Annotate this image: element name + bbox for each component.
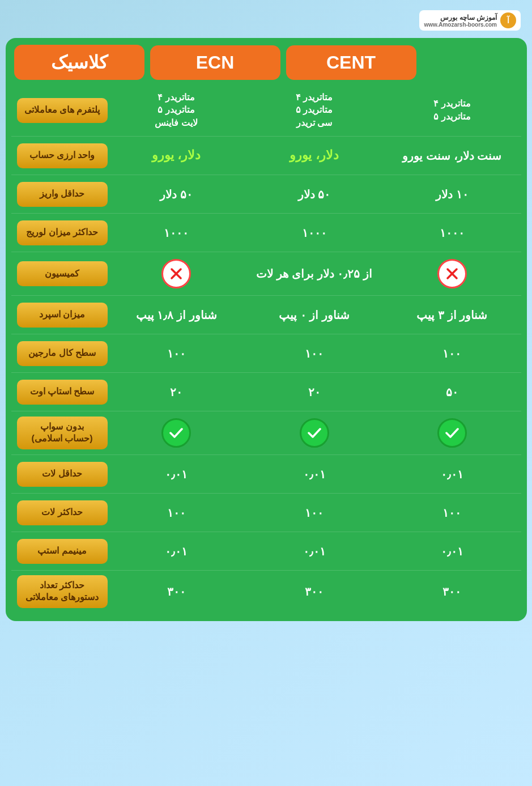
cell-col1-row-0: متاتریدر ۴ متاتریدر ۵ لایت فاینس	[108, 89, 245, 131]
row-label-btn: میزان اسپرد	[17, 303, 108, 328]
cell-col3-row-0: متاتریدر ۴ متاتریدر ۵	[383, 89, 521, 131]
header-col2: ECN	[150, 45, 280, 80]
table-row: شناور از ۱٫۸ پیپشناور از ۰ پیپشناور از ۳…	[11, 296, 521, 334]
cell-col3-row-4	[383, 257, 521, 291]
header-label-col3: CENT	[286, 45, 416, 80]
check-icon	[300, 418, 329, 448]
row-label-cell: سطح استاپ اوت	[11, 380, 108, 405]
row-label-btn: بدون سواپ (حساب اسلامی)	[17, 417, 108, 449]
cell-col3-row-7: ۵۰	[383, 382, 521, 402]
cell-col2-row-5: شناور از ۰ پیپ	[245, 305, 383, 325]
comparison-table: کلاسیک ECN CENT متاتریدر ۴ متاتریدر ۵ لا…	[6, 38, 527, 621]
cell-col1-row-5: شناور از ۱٫۸ پیپ	[108, 305, 245, 325]
cell-col2-row-11: ۰٫۰۱	[245, 541, 383, 562]
cell-col3-row-11: ۰٫۰۱	[383, 541, 521, 562]
cell-col2-row-3: ۱۰۰۰	[245, 223, 383, 243]
header-row: کلاسیک ECN CENT	[6, 38, 527, 84]
cell-col1-row-9: ۰٫۰۱	[108, 464, 245, 485]
row-label-cell: کمیسیون	[11, 261, 108, 286]
cell-col1-row-8	[108, 416, 245, 450]
table-row: از ۰٫۲۵ دلار برای هر لاتکمیسیون	[11, 252, 521, 296]
table-row: ۱۰۰۱۰۰۱۰۰سطح کال مارجین	[11, 334, 521, 373]
table-row: ۲۰۲۰۵۰سطح استاپ اوت	[11, 373, 521, 411]
header-col1: کلاسیک	[14, 45, 144, 80]
table-row: ۰٫۰۱۰٫۰۱۰٫۰۱مینیمم استپ	[11, 532, 521, 571]
cell-col3-row-10: ۱۰۰	[383, 503, 521, 523]
table-row: بدون سواپ (حساب اسلامی)	[11, 411, 521, 455]
data-cells-group: ۳۰۰۳۰۰۳۰۰	[108, 581, 521, 602]
cell-col2-row-7: ۲۰	[245, 382, 383, 402]
row-label-btn: واحد ارزی حساب	[17, 143, 108, 168]
logo-box: آ آموزش ساچه بورس www.Amozarsh-boors.com	[419, 10, 521, 31]
data-cells-group: ۰٫۰۱۰٫۰۱۰٫۰۱	[108, 541, 521, 562]
cell-col1-row-4	[108, 257, 245, 291]
row-label-cell: واحد ارزی حساب	[11, 143, 108, 168]
row-label-cell: حداکثر میزان لوریج	[11, 220, 108, 245]
cell-col3-row-8	[383, 416, 521, 450]
cell-col2-row-6: ۱۰۰	[245, 343, 383, 364]
cell-col2-row-1: دلار، یورو	[245, 145, 383, 167]
cell-col3-row-1: سنت دلار، سنت یورو	[383, 145, 521, 167]
data-cells-group: شناور از ۱٫۸ پیپشناور از ۰ پیپشناور از ۳…	[108, 305, 521, 325]
row-label-cell: مینیمم استپ	[11, 539, 108, 564]
cell-col2-row-2: ۵۰ دلار	[245, 184, 383, 205]
row-label-btn: مینیمم استپ	[17, 539, 108, 564]
cell-col1-row-6: ۱۰۰	[108, 343, 245, 364]
cell-col1-row-1: دلار، یورو	[108, 145, 245, 167]
header-label-col2: ECN	[150, 45, 280, 80]
header-label-col1: کلاسیک	[14, 45, 144, 80]
data-rows-container: متاتریدر ۴ متاتریدر ۵ لایت فاینسمتاتریدر…	[6, 84, 527, 621]
data-cells-group: دلار، یورودلار، یوروسنت دلار، سنت یورو	[108, 145, 521, 167]
cell-col2-row-0: متاتریدر ۴ متاتریدر ۵ سی تریدر	[245, 89, 383, 131]
data-cells-group	[108, 416, 521, 450]
cell-col1-row-11: ۰٫۰۱	[108, 541, 245, 562]
row-label-btn: حداقل واریز	[17, 182, 108, 207]
table-row: متاتریدر ۴ متاتریدر ۵ لایت فاینسمتاتریدر…	[11, 84, 521, 137]
row-label-cell: حداقل لات	[11, 462, 108, 487]
row-label-cell: سطح کال مارجین	[11, 341, 108, 366]
row-label-cell: حداقل واریز	[11, 182, 108, 207]
table-row: ۳۰۰۳۰۰۳۰۰حداکثر تعداد دستورهای معاملاتی	[11, 571, 521, 613]
cell-col2-row-9: ۰٫۰۱	[245, 464, 383, 485]
table-row: ۱۰۰۰۱۰۰۰۱۰۰۰حداکثر میزان لوریج	[11, 214, 521, 252]
header-col3: CENT	[286, 45, 416, 80]
cell-col2-row-12: ۳۰۰	[245, 581, 383, 602]
table-row: ۰٫۰۱۰٫۰۱۰٫۰۱حداقل لات	[11, 455, 521, 494]
table-row: ۵۰ دلار۵۰ دلار۱۰ دلارحداقل واریز	[11, 175, 521, 214]
row-label-btn: سطح کال مارجین	[17, 341, 108, 366]
row-label-btn: سطح استاپ اوت	[17, 380, 108, 405]
cell-col3-row-9: ۰٫۰۱	[383, 464, 521, 485]
data-cells-group: ۵۰ دلار۵۰ دلار۱۰ دلار	[108, 184, 521, 205]
cell-col2-row-8	[245, 416, 383, 450]
header-spacer	[422, 45, 518, 80]
cell-col2-row-4: از ۰٫۲۵ دلار برای هر لات	[245, 257, 383, 291]
data-cells-group: ۲۰۲۰۵۰	[108, 382, 521, 402]
row-label-btn: حداکثر لات	[17, 500, 108, 525]
row-label-btn: حداکثر تعداد دستورهای معاملاتی	[17, 575, 108, 608]
site-name: آموزش ساچه بورس	[424, 14, 497, 22]
cell-col3-row-12: ۳۰۰	[383, 581, 521, 602]
cell-col3-row-5: شناور از ۳ پیپ	[383, 305, 521, 325]
row-label-btn: پلتفرم های معاملاتی	[17, 98, 108, 123]
data-cells-group: ۱۰۰۰۱۰۰۰۱۰۰۰	[108, 223, 521, 243]
cell-col3-row-3: ۱۰۰۰	[383, 223, 521, 243]
cell-col1-row-10: ۱۰۰	[108, 503, 245, 523]
cross-icon	[437, 259, 467, 288]
data-cells-group: از ۰٫۲۵ دلار برای هر لات	[108, 257, 521, 291]
check-icon	[161, 418, 191, 448]
cell-col1-row-3: ۱۰۰۰	[108, 223, 245, 243]
cell-col3-row-6: ۱۰۰	[383, 343, 521, 364]
cell-col1-row-2: ۵۰ دلار	[108, 184, 245, 205]
logo-icon: آ	[500, 12, 516, 28]
data-cells-group: ۱۰۰۱۰۰۱۰۰	[108, 343, 521, 364]
row-label-btn: حداقل لات	[17, 462, 108, 487]
site-url: www.Amozarsh-boors.com	[424, 22, 497, 28]
row-label-cell: حداکثر لات	[11, 500, 108, 525]
row-label-btn: حداکثر میزان لوریج	[17, 220, 108, 245]
data-cells-group: ۱۰۰۱۰۰۱۰۰	[108, 503, 521, 523]
cell-col3-row-2: ۱۰ دلار	[383, 184, 521, 205]
check-icon	[437, 418, 467, 448]
data-cells-group: متاتریدر ۴ متاتریدر ۵ لایت فاینسمتاتریدر…	[108, 89, 521, 131]
row-label-cell: حداکثر تعداد دستورهای معاملاتی	[11, 575, 108, 608]
cell-col1-row-7: ۲۰	[108, 382, 245, 402]
